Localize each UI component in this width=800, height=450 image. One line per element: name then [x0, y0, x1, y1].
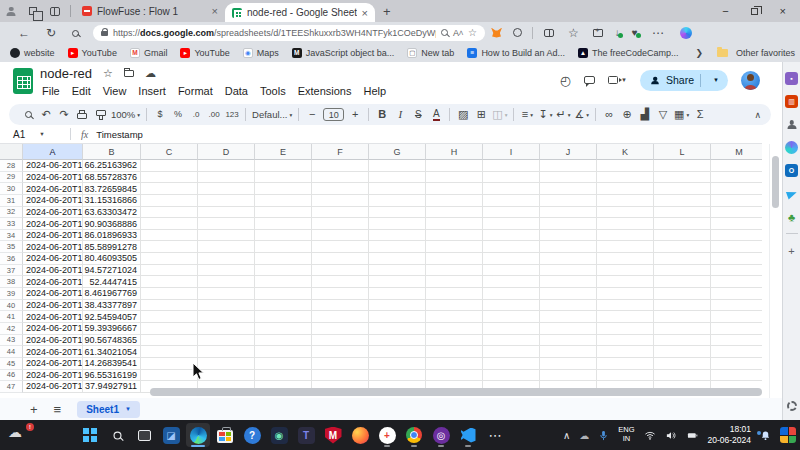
cell-empty[interactable]	[255, 288, 312, 300]
cell-empty[interactable]	[255, 346, 312, 358]
clock[interactable]: 18:0120-06-2024	[708, 424, 751, 445]
table-views-icon[interactable]: ▦▾	[672, 105, 691, 124]
cell-empty[interactable]	[483, 370, 540, 382]
cell-empty[interactable]	[312, 253, 369, 265]
row-header-31[interactable]: 31	[0, 195, 23, 207]
row-header-46[interactable]: 46	[0, 370, 23, 382]
cell-empty[interactable]	[369, 253, 426, 265]
cell-empty[interactable]	[426, 358, 483, 370]
cell-empty[interactable]	[141, 276, 198, 288]
cell-empty[interactable]	[711, 323, 762, 335]
search-icon[interactable]	[105, 423, 129, 447]
menu-help[interactable]: Help	[357, 85, 392, 97]
cell-empty[interactable]	[597, 346, 654, 358]
row-header-44[interactable]: 44	[0, 346, 23, 358]
cell-empty[interactable]	[141, 370, 198, 382]
cell-a30[interactable]: 2024-06-20T12:2	[23, 183, 83, 195]
cell-empty[interactable]	[426, 218, 483, 230]
cell-empty[interactable]	[369, 183, 426, 195]
search-icon[interactable]	[19, 105, 37, 124]
cell-empty[interactable]	[141, 160, 198, 172]
cell-empty[interactable]	[426, 183, 483, 195]
cell-empty[interactable]	[654, 183, 711, 195]
cell-empty[interactable]	[426, 323, 483, 335]
cell-empty[interactable]	[141, 195, 198, 207]
cell-empty[interactable]	[369, 358, 426, 370]
cell-empty[interactable]	[141, 300, 198, 312]
close-tab-icon[interactable]: ×	[362, 7, 368, 19]
back-icon[interactable]: ←	[18, 26, 30, 40]
cell-empty[interactable]	[711, 311, 762, 323]
sheet-tab-sheet1[interactable]: Sheet1 ▼	[77, 401, 140, 418]
move-folder-icon[interactable]	[124, 70, 134, 77]
cell-empty[interactable]	[711, 276, 762, 288]
account-avatar[interactable]	[741, 71, 760, 90]
cell-empty[interactable]	[711, 358, 762, 370]
cell-empty[interactable]	[369, 323, 426, 335]
cell-empty[interactable]	[198, 300, 255, 312]
language-indicator[interactable]: ENGIN	[618, 426, 634, 443]
minimize-button[interactable]: −	[722, 5, 728, 17]
cell-empty[interactable]	[369, 265, 426, 277]
cell-empty[interactable]	[540, 358, 597, 370]
cell-empty[interactable]	[654, 358, 711, 370]
cell-empty[interactable]	[483, 230, 540, 242]
cell-empty[interactable]	[312, 323, 369, 335]
cell-b29[interactable]: 68.55728376	[83, 172, 141, 184]
name-box[interactable]: A1▼	[0, 129, 64, 140]
cell-empty[interactable]	[255, 230, 312, 242]
cell-empty[interactable]	[141, 323, 198, 335]
cell-empty[interactable]	[312, 207, 369, 219]
cell-empty[interactable]	[255, 172, 312, 184]
cell-empty[interactable]	[597, 311, 654, 323]
menu-extensions[interactable]: Extensions	[292, 85, 358, 97]
cell-a32[interactable]: 2024-06-20T12:2	[23, 207, 83, 219]
cell-empty[interactable]	[540, 265, 597, 277]
cell-empty[interactable]	[540, 346, 597, 358]
cell-empty[interactable]	[597, 335, 654, 347]
cell-empty[interactable]	[255, 183, 312, 195]
cell-b42[interactable]: 59.39396667	[83, 323, 141, 335]
row-header-32[interactable]: 32	[0, 207, 23, 219]
cell-empty[interactable]	[483, 207, 540, 219]
cell-a31[interactable]: 2024-06-20T12:2	[23, 195, 83, 207]
cell-empty[interactable]	[483, 241, 540, 253]
column-header-k[interactable]: K	[597, 144, 654, 160]
star-icon[interactable]: ☆	[103, 67, 113, 80]
cell-a38[interactable]: 2024-06-20T12:2	[23, 276, 83, 288]
cell-empty[interactable]	[312, 346, 369, 358]
cell-empty[interactable]	[198, 265, 255, 277]
menu-data[interactable]: Data	[219, 85, 254, 97]
cell-empty[interactable]	[426, 160, 483, 172]
row-header-39[interactable]: 39	[0, 288, 23, 300]
bookmark-freecodecamp[interactable]: ▲The freeCodeCamp...	[578, 48, 679, 58]
row-header-45[interactable]: 45	[0, 358, 23, 370]
firefox-icon[interactable]	[348, 423, 372, 447]
row-header-30[interactable]: 30	[0, 183, 23, 195]
cell-empty[interactable]	[198, 346, 255, 358]
hidden-icons-chevron[interactable]: ∧	[563, 430, 570, 441]
cell-empty[interactable]	[483, 335, 540, 347]
cell-empty[interactable]	[255, 323, 312, 335]
cell-empty[interactable]	[198, 323, 255, 335]
cell-b38[interactable]: 52.4447415	[83, 276, 141, 288]
cell-empty[interactable]	[597, 241, 654, 253]
row-header-40[interactable]: 40	[0, 300, 23, 312]
cell-b31[interactable]: 31.15316866	[83, 195, 141, 207]
cell-empty[interactable]	[597, 265, 654, 277]
horizontal-scrollbar-thumb[interactable]	[150, 388, 762, 396]
menu-view[interactable]: View	[97, 85, 133, 97]
cloud-saved-icon[interactable]: ☁	[145, 67, 156, 80]
cell-empty[interactable]	[198, 311, 255, 323]
functions-icon[interactable]: Σ	[691, 105, 709, 124]
cell-empty[interactable]	[654, 172, 711, 184]
settings-more-icon[interactable]: ⋯	[652, 26, 664, 40]
purple-app-icon[interactable]: ◎	[429, 423, 453, 447]
cell-a43[interactable]: 2024-06-20T12:2	[23, 335, 83, 347]
favorites-icon[interactable]: ☆	[568, 26, 579, 40]
insert-comment-icon[interactable]: ⊕	[618, 105, 636, 124]
cell-empty[interactable]	[483, 300, 540, 312]
share-dropdown-icon[interactable]: ▼	[707, 77, 725, 83]
cell-empty[interactable]	[255, 265, 312, 277]
menu-insert[interactable]: Insert	[132, 85, 172, 97]
